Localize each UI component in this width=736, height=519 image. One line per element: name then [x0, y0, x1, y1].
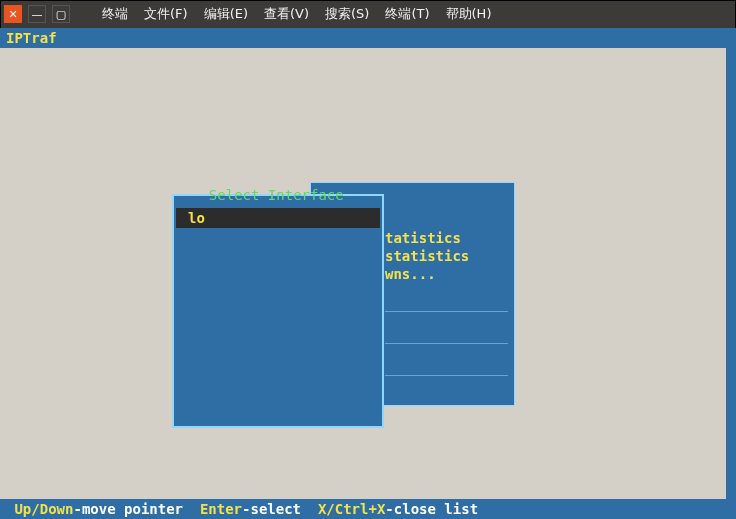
menu-edit[interactable]: 编辑(E) — [196, 5, 256, 23]
menu-fragment: tatistics — [385, 229, 461, 247]
hint-key: Enter — [200, 501, 242, 517]
minimize-icon[interactable]: — — [28, 5, 46, 23]
hint-text: -move pointer — [73, 501, 199, 517]
menu-search[interactable]: 搜索(S) — [317, 5, 377, 23]
window-titlebar: ✕ — ▢ 终端 文件(F) 编辑(E) 查看(V) 搜索(S) 终端(T) 帮… — [0, 0, 736, 28]
menu-terminal-word[interactable]: 终端 — [94, 5, 136, 23]
hint-text: -select — [242, 501, 318, 517]
list-item[interactable]: lo — [176, 208, 380, 228]
divider — [385, 375, 508, 376]
terminal-area: IPTraf tatistics statistics wns... ─ Sel… — [0, 28, 736, 519]
status-bar: Up/Down -move pointer Enter -select X/Ct… — [0, 499, 736, 519]
menu-fragment: statistics — [385, 247, 469, 265]
select-interface-dialog: ─ Select Interface ─ lo — [172, 194, 384, 428]
close-icon[interactable]: ✕ — [4, 5, 22, 23]
scrollbar[interactable] — [726, 48, 736, 499]
menu-bar: 终端 文件(F) 编辑(E) 查看(V) 搜索(S) 终端(T) 帮助(H) — [94, 5, 499, 23]
divider — [385, 311, 508, 312]
hint-key: Up/Down — [14, 501, 73, 517]
menu-view[interactable]: 查看(V) — [256, 5, 317, 23]
menu-terminal[interactable]: 终端(T) — [377, 5, 437, 23]
maximize-icon[interactable]: ▢ — [52, 5, 70, 23]
interface-list[interactable]: lo — [176, 208, 380, 228]
menu-help[interactable]: 帮助(H) — [438, 5, 500, 23]
hint-text: -close list — [385, 501, 478, 517]
app-title: IPTraf — [0, 28, 736, 48]
hint-key: X/Ctrl+X — [318, 501, 385, 517]
menu-fragment: wns... — [385, 265, 436, 283]
dialog-title: ─ Select Interface ─ — [190, 186, 363, 204]
divider — [385, 343, 508, 344]
menu-file[interactable]: 文件(F) — [136, 5, 196, 23]
terminal-canvas: tatistics statistics wns... ─ Select Int… — [0, 48, 726, 499]
